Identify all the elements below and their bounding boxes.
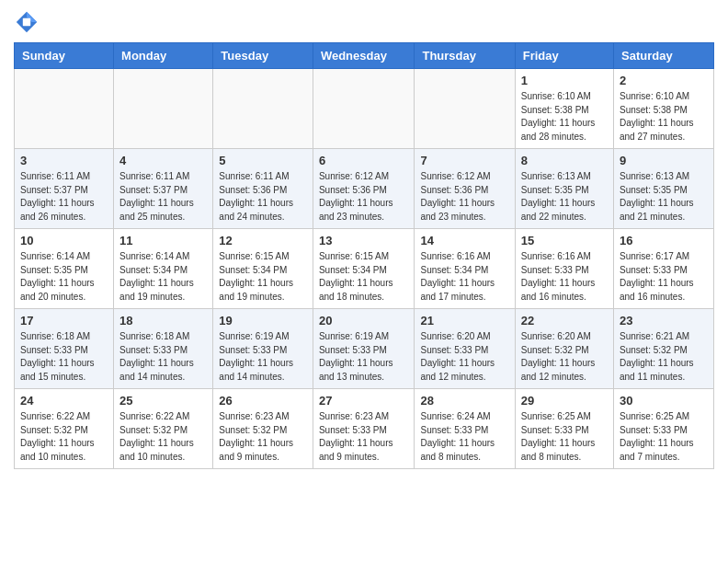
day-number: 21	[420, 314, 508, 327]
day-cell: 6Sunrise: 6:12 AMSunset: 5:36 PMDaylight…	[313, 149, 415, 229]
day-number: 16	[620, 234, 708, 247]
day-cell: 24Sunrise: 6:22 AMSunset: 5:32 PMDayligh…	[15, 389, 114, 469]
day-info: Sunrise: 6:12 AMSunset: 5:36 PMDaylight:…	[319, 170, 409, 224]
week-row-1: 1Sunrise: 6:10 AMSunset: 5:38 PMDaylight…	[15, 69, 714, 149]
day-info: Sunrise: 6:19 AMSunset: 5:33 PMDaylight:…	[219, 330, 307, 384]
weekday-header-wednesday: Wednesday	[313, 43, 415, 69]
day-number: 11	[119, 234, 207, 247]
day-info: Sunrise: 6:20 AMSunset: 5:33 PMDaylight:…	[420, 330, 508, 384]
day-number: 17	[20, 314, 108, 327]
day-number: 26	[219, 394, 307, 408]
day-cell: 12Sunrise: 6:15 AMSunset: 5:34 PMDayligh…	[213, 229, 313, 309]
day-cell: 21Sunrise: 6:20 AMSunset: 5:33 PMDayligh…	[415, 309, 515, 389]
day-info: Sunrise: 6:11 AMSunset: 5:37 PMDaylight:…	[119, 170, 207, 224]
day-cell: 9Sunrise: 6:13 AMSunset: 5:35 PMDaylight…	[614, 149, 714, 229]
day-cell: 20Sunrise: 6:19 AMSunset: 5:33 PMDayligh…	[313, 309, 415, 389]
week-row-2: 3Sunrise: 6:11 AMSunset: 5:37 PMDaylight…	[15, 149, 714, 229]
day-info: Sunrise: 6:21 AMSunset: 5:32 PMDaylight:…	[620, 330, 708, 384]
day-info: Sunrise: 6:24 AMSunset: 5:33 PMDaylight:…	[420, 410, 508, 464]
day-info: Sunrise: 6:22 AMSunset: 5:32 PMDaylight:…	[20, 410, 108, 464]
day-number: 24	[20, 394, 108, 408]
day-cell: 27Sunrise: 6:23 AMSunset: 5:33 PMDayligh…	[313, 389, 415, 469]
header	[14, 9, 714, 35]
day-info: Sunrise: 6:11 AMSunset: 5:36 PMDaylight:…	[219, 170, 307, 224]
day-cell: 16Sunrise: 6:17 AMSunset: 5:33 PMDayligh…	[614, 229, 714, 309]
day-info: Sunrise: 6:18 AMSunset: 5:33 PMDaylight:…	[119, 330, 207, 384]
day-number: 9	[620, 154, 708, 167]
day-cell: 4Sunrise: 6:11 AMSunset: 5:37 PMDaylight…	[114, 149, 213, 229]
day-number: 25	[119, 394, 207, 408]
day-number: 13	[319, 234, 409, 247]
day-info: Sunrise: 6:13 AMSunset: 5:35 PMDaylight:…	[521, 170, 608, 224]
day-info: Sunrise: 6:25 AMSunset: 5:33 PMDaylight:…	[521, 410, 608, 464]
weekday-header-row: SundayMondayTuesdayWednesdayThursdayFrid…	[15, 43, 714, 69]
day-number: 1	[521, 74, 608, 87]
calendar-table: SundayMondayTuesdayWednesdayThursdayFrid…	[14, 42, 714, 469]
week-row-3: 10Sunrise: 6:14 AMSunset: 5:35 PMDayligh…	[15, 229, 714, 309]
day-cell: 14Sunrise: 6:16 AMSunset: 5:34 PMDayligh…	[415, 229, 515, 309]
day-cell: 11Sunrise: 6:14 AMSunset: 5:34 PMDayligh…	[114, 229, 213, 309]
day-cell	[313, 69, 415, 149]
logo	[14, 9, 43, 35]
day-number: 10	[20, 234, 108, 247]
day-cell: 29Sunrise: 6:25 AMSunset: 5:33 PMDayligh…	[515, 389, 613, 469]
day-cell: 22Sunrise: 6:20 AMSunset: 5:32 PMDayligh…	[515, 309, 613, 389]
day-cell: 26Sunrise: 6:23 AMSunset: 5:32 PMDayligh…	[213, 389, 313, 469]
day-info: Sunrise: 6:10 AMSunset: 5:38 PMDaylight:…	[620, 90, 708, 144]
day-cell	[15, 69, 114, 149]
day-number: 28	[420, 394, 508, 408]
day-cell: 1Sunrise: 6:10 AMSunset: 5:38 PMDaylight…	[515, 69, 613, 149]
weekday-header-monday: Monday	[114, 43, 213, 69]
day-cell: 8Sunrise: 6:13 AMSunset: 5:35 PMDaylight…	[515, 149, 613, 229]
weekday-header-saturday: Saturday	[614, 43, 714, 69]
weekday-header-tuesday: Tuesday	[213, 43, 313, 69]
page: SundayMondayTuesdayWednesdayThursdayFrid…	[0, 0, 728, 483]
weekday-header-thursday: Thursday	[415, 43, 515, 69]
day-info: Sunrise: 6:16 AMSunset: 5:33 PMDaylight:…	[521, 250, 608, 304]
day-number: 12	[219, 234, 307, 247]
day-info: Sunrise: 6:16 AMSunset: 5:34 PMDaylight:…	[420, 250, 508, 304]
day-info: Sunrise: 6:14 AMSunset: 5:34 PMDaylight:…	[119, 250, 207, 304]
day-cell: 30Sunrise: 6:25 AMSunset: 5:33 PMDayligh…	[614, 389, 714, 469]
day-number: 22	[521, 314, 608, 327]
day-cell: 19Sunrise: 6:19 AMSunset: 5:33 PMDayligh…	[213, 309, 313, 389]
logo-icon	[14, 9, 40, 35]
day-number: 14	[420, 234, 508, 247]
day-cell: 13Sunrise: 6:15 AMSunset: 5:34 PMDayligh…	[313, 229, 415, 309]
day-info: Sunrise: 6:15 AMSunset: 5:34 PMDaylight:…	[319, 250, 409, 304]
day-info: Sunrise: 6:25 AMSunset: 5:33 PMDaylight:…	[620, 410, 708, 464]
day-cell: 18Sunrise: 6:18 AMSunset: 5:33 PMDayligh…	[114, 309, 213, 389]
day-cell: 5Sunrise: 6:11 AMSunset: 5:36 PMDaylight…	[213, 149, 313, 229]
day-info: Sunrise: 6:23 AMSunset: 5:32 PMDaylight:…	[219, 410, 307, 464]
day-number: 5	[219, 154, 307, 167]
day-info: Sunrise: 6:15 AMSunset: 5:34 PMDaylight:…	[219, 250, 307, 304]
day-number: 20	[319, 314, 409, 327]
day-cell: 10Sunrise: 6:14 AMSunset: 5:35 PMDayligh…	[15, 229, 114, 309]
day-cell: 17Sunrise: 6:18 AMSunset: 5:33 PMDayligh…	[15, 309, 114, 389]
day-number: 29	[521, 394, 608, 408]
day-cell: 28Sunrise: 6:24 AMSunset: 5:33 PMDayligh…	[415, 389, 515, 469]
day-cell: 25Sunrise: 6:22 AMSunset: 5:32 PMDayligh…	[114, 389, 213, 469]
day-info: Sunrise: 6:18 AMSunset: 5:33 PMDaylight:…	[20, 330, 108, 384]
day-cell	[213, 69, 313, 149]
day-number: 3	[20, 154, 108, 167]
day-number: 4	[119, 154, 207, 167]
day-number: 23	[620, 314, 708, 327]
day-info: Sunrise: 6:17 AMSunset: 5:33 PMDaylight:…	[620, 250, 708, 304]
svg-rect-2	[23, 18, 30, 26]
day-number: 19	[219, 314, 307, 327]
day-info: Sunrise: 6:14 AMSunset: 5:35 PMDaylight:…	[20, 250, 108, 304]
day-info: Sunrise: 6:13 AMSunset: 5:35 PMDaylight:…	[620, 170, 708, 224]
day-cell: 7Sunrise: 6:12 AMSunset: 5:36 PMDaylight…	[415, 149, 515, 229]
day-number: 30	[620, 394, 708, 408]
day-cell: 3Sunrise: 6:11 AMSunset: 5:37 PMDaylight…	[15, 149, 114, 229]
day-info: Sunrise: 6:12 AMSunset: 5:36 PMDaylight:…	[420, 170, 508, 224]
weekday-header-friday: Friday	[515, 43, 613, 69]
day-number: 6	[319, 154, 409, 167]
weekday-header-sunday: Sunday	[15, 43, 114, 69]
day-cell: 23Sunrise: 6:21 AMSunset: 5:32 PMDayligh…	[614, 309, 714, 389]
day-number: 7	[420, 154, 508, 167]
day-info: Sunrise: 6:20 AMSunset: 5:32 PMDaylight:…	[521, 330, 608, 384]
week-row-4: 17Sunrise: 6:18 AMSunset: 5:33 PMDayligh…	[15, 309, 714, 389]
day-number: 8	[521, 154, 608, 167]
